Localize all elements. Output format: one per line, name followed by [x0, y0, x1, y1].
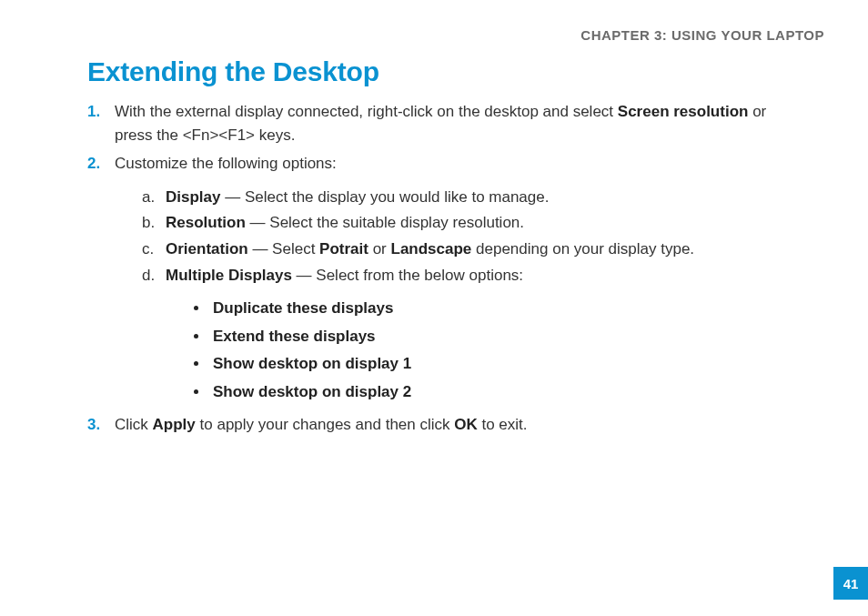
page-number-tab: 41 [833, 567, 868, 600]
page-content: Extending the Desktop With the external … [87, 56, 806, 442]
step-2: Customize the following options: Display… [87, 152, 806, 406]
step-1-text-pre: With the external display connected, rig… [115, 103, 618, 120]
sub-c-rest-pre: — Select [248, 240, 319, 258]
bullet-show-2: Show desktop on display 2 [209, 379, 806, 407]
sub-d-rest: — Select from the below options: [292, 267, 523, 284]
sub-a-rest: — Select the display you would like to m… [220, 188, 549, 206]
sub-b: Resolution — Select the suitable display… [142, 210, 806, 237]
step-3-pre: Click [115, 416, 153, 433]
multiple-displays-options: Duplicate these displays Extend these di… [166, 295, 806, 406]
sub-d: Multiple Displays — Select from the belo… [142, 263, 806, 406]
page-title: Extending the Desktop [87, 56, 806, 87]
step-2-text: Customize the following options: [115, 155, 337, 172]
step-2-sublist: Display — Select the display you would l… [115, 185, 806, 407]
step-3-post: to exit. [478, 416, 528, 433]
step-3-bold-apply: Apply [153, 416, 196, 433]
sub-b-rest: — Select the suitable display resolution… [246, 214, 524, 231]
sub-c-bold: Orientation [166, 240, 248, 258]
chapter-header: CHAPTER 3: USING YOUR LAPTOP [580, 27, 824, 43]
sub-c-opt2: Landscape [391, 240, 472, 258]
bullet-extend: Extend these displays [209, 323, 806, 351]
sub-b-bold: Resolution [166, 214, 246, 231]
sub-c-rest-mid: or [368, 240, 391, 258]
step-3: Click Apply to apply your changes and th… [87, 413, 806, 437]
sub-c: Orientation — Select Potrait or Landscap… [142, 237, 806, 263]
sub-d-bold: Multiple Displays [166, 267, 292, 284]
steps-list: With the external display connected, rig… [87, 100, 806, 437]
sub-a: Display — Select the display you would l… [142, 185, 806, 211]
step-1: With the external display connected, rig… [87, 100, 806, 146]
sub-c-rest-post: depending on your display type. [471, 240, 694, 258]
step-3-bold-ok: OK [454, 416, 478, 433]
bullet-show-1: Show desktop on display 1 [209, 350, 806, 379]
sub-a-bold: Display [166, 188, 220, 206]
sub-c-opt1: Potrait [319, 240, 368, 258]
document-page: CHAPTER 3: USING YOUR LAPTOP Extending t… [0, 0, 868, 616]
bullet-duplicate: Duplicate these displays [209, 295, 806, 323]
page-number: 41 [843, 576, 859, 591]
step-1-bold-screen-resolution: Screen resolution [618, 103, 749, 120]
step-3-mid: to apply your changes and then click [196, 416, 454, 433]
